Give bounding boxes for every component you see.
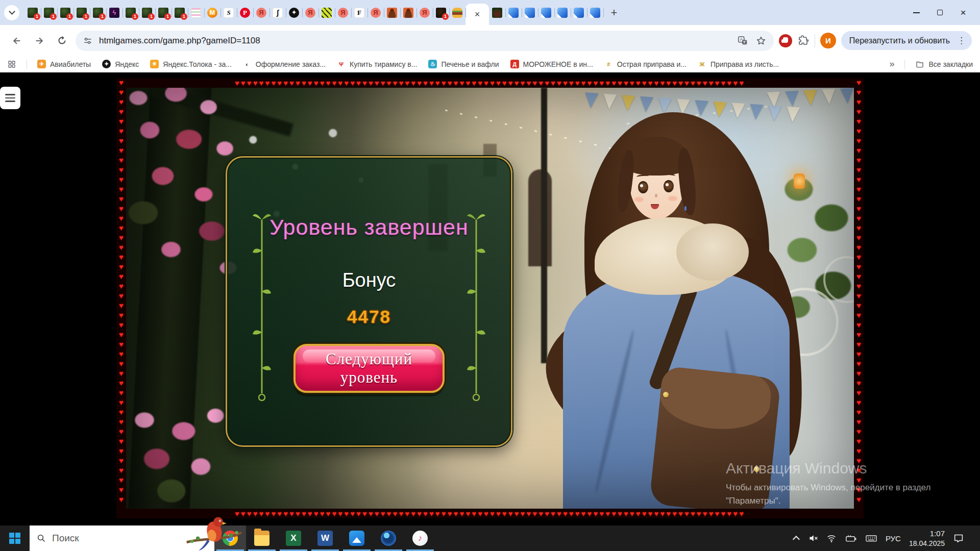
browser-tab[interactable]: 1 — [139, 3, 155, 23]
tab-favicon — [508, 8, 519, 18]
adblock-extension-icon[interactable] — [779, 34, 792, 47]
browser-tab[interactable]: F — [351, 3, 368, 23]
tab-favicon-glyph: Я — [340, 9, 345, 16]
taskbar-app-button[interactable]: X — [278, 525, 309, 551]
new-tab-button[interactable]: + — [606, 5, 622, 20]
taskbar-app-button[interactable] — [373, 525, 404, 551]
bunting-flag — [731, 103, 745, 119]
bunting-flag — [786, 107, 800, 123]
browser-tab[interactable] — [554, 3, 571, 23]
back-button[interactable] — [8, 32, 26, 49]
relaunch-update-button[interactable]: Перезапустить и обновить ⋮ — [841, 31, 972, 50]
tab-notification-badge: 1 — [50, 13, 57, 20]
hearts-border-left: ♥♥♥♥♥♥♥♥♥♥♥♥♥♥♥♥♥♥♥♥♥♥♥♥♥♥♥♥♥♥♥♥♥♥♥♥♥♥♥♥… — [116, 78, 126, 518]
bookmark-item[interactable]: Ψ Купить тирамису в... — [337, 60, 417, 68]
browser-tab[interactable] — [449, 3, 465, 23]
bookmark-item[interactable]: ✈ Авиабилеты — [37, 60, 91, 68]
browser-tab[interactable]: 1 — [24, 3, 41, 23]
tab-notification-badge: 1 — [66, 13, 73, 20]
bookmark-favicon: # — [604, 60, 613, 68]
bookmark-label: Приправа из листь... — [710, 60, 779, 68]
search-icon — [37, 534, 46, 543]
keyboard-icon[interactable] — [865, 533, 877, 543]
bookmark-item[interactable]: # Острая приправа и... — [604, 60, 687, 68]
address-bar[interactable]: htmlgames.com/game.php?gameID=1108 A — [76, 31, 774, 51]
bookmark-item[interactable]: Ж Приправа из листь... — [698, 60, 779, 68]
taskbar-app-button[interactable] — [341, 525, 373, 551]
bookmark-item[interactable]: ☀ Яндекс.Толока - за... — [150, 60, 232, 68]
window-minimize-button[interactable] — [904, 0, 928, 25]
extensions-puzzle-icon[interactable] — [797, 35, 810, 47]
all-bookmarks-button[interactable]: Все закладки — [915, 60, 973, 69]
bookmark-star-icon[interactable] — [755, 35, 767, 46]
browser-tab[interactable]: 1 — [155, 3, 172, 23]
bookmark-item[interactable]: ◐ Оформление заказ... — [243, 60, 326, 68]
bookmark-item[interactable]: ✦ Яндекс — [102, 60, 139, 68]
action-center-icon[interactable] — [953, 533, 964, 544]
bookmark-item[interactable]: Д МОРОЖЕНОЕ в ин... — [510, 60, 593, 68]
browser-tab[interactable]: ϟ — [106, 3, 122, 23]
browser-tab[interactable]: 1 — [90, 3, 106, 23]
taskbar-app-button[interactable]: W — [309, 525, 341, 551]
battery-icon[interactable] — [845, 533, 857, 543]
browser-tab[interactable] — [571, 3, 587, 23]
bookmark-item[interactable]: ♨ Печенье и вафли — [428, 60, 499, 68]
browser-tab[interactable] — [587, 3, 603, 23]
browser-tab[interactable]: 1 — [41, 3, 57, 23]
browser-tab[interactable] — [400, 3, 416, 23]
browser-tab[interactable]: 1 — [122, 3, 139, 23]
tabs-left-group: 1 1 1 1 — [24, 0, 465, 25]
browser-tab[interactable]: 1 — [74, 3, 90, 23]
tab-notification-badge: 1 — [164, 13, 171, 20]
window-restore-button[interactable] — [928, 0, 951, 25]
browser-tab[interactable]: ʃ — [270, 3, 286, 23]
url-text[interactable]: htmlgames.com/game.php?gameID=1108 — [99, 36, 731, 46]
wifi-icon[interactable] — [826, 533, 837, 543]
taskbar-app-button[interactable]: ♪ — [404, 525, 436, 551]
window-close-button[interactable]: × — [951, 0, 975, 25]
browser-tab[interactable]: M — [204, 3, 220, 23]
browser-tab[interactable]: 1 — [433, 3, 449, 23]
tab-search-button[interactable] — [4, 5, 19, 20]
reload-button[interactable] — [53, 32, 70, 49]
browser-menu-icon[interactable]: ⋮ — [955, 35, 968, 46]
taskbar-clock[interactable]: 1:07 18.04.2025 — [909, 529, 945, 548]
browser-tab[interactable] — [489, 3, 505, 23]
volume-muted-icon[interactable] — [808, 533, 818, 543]
game-scene[interactable]: Уровень завершен Бонус 4478 Следующий ур… — [126, 88, 854, 509]
tab-notification-badge: 1 — [148, 13, 155, 20]
browser-tab[interactable]: P — [237, 3, 253, 23]
browser-tab[interactable] — [318, 3, 335, 23]
tab-favicon: ʃ — [273, 8, 283, 18]
browser-tab[interactable]: 1 — [172, 3, 188, 23]
start-button[interactable] — [0, 525, 30, 551]
browser-tab[interactable]: Я — [416, 3, 433, 23]
browser-tab[interactable] — [188, 3, 204, 23]
taskbar-app-button[interactable] — [246, 525, 278, 551]
bookmarks-divider-right — [904, 60, 905, 69]
tray-chevron-icon[interactable] — [793, 536, 800, 543]
language-indicator[interactable]: РУС — [886, 534, 901, 543]
bookmark-favicon: Д — [510, 60, 519, 68]
forward-button[interactable] — [31, 32, 48, 49]
browser-tab[interactable] — [522, 3, 538, 23]
game-menu-button[interactable] — [0, 87, 20, 109]
active-tab[interactable]: × — [465, 4, 489, 25]
browser-tab[interactable]: S — [220, 3, 237, 23]
next-level-button[interactable]: Следующий уровень — [293, 344, 445, 393]
browser-tab[interactable]: ✦ — [286, 3, 302, 23]
browser-tab[interactable]: Я — [253, 3, 270, 23]
tab-close-icon[interactable]: × — [475, 10, 480, 19]
browser-tab[interactable] — [538, 3, 554, 23]
browser-tab[interactable]: 1 — [57, 3, 74, 23]
browser-tab[interactable] — [384, 3, 400, 23]
browser-tab[interactable]: Я — [368, 3, 384, 23]
apps-grid-icon[interactable] — [7, 60, 16, 69]
browser-tab[interactable]: Я — [302, 3, 318, 23]
bookmarks-overflow-chevron[interactable]: » — [889, 59, 894, 69]
browser-tab[interactable]: Я — [335, 3, 351, 23]
browser-tab[interactable] — [505, 3, 522, 23]
taskbar-search-box[interactable]: Поиск — [30, 525, 214, 551]
translate-icon[interactable]: A — [737, 35, 748, 46]
profile-avatar[interactable]: И — [820, 33, 836, 48]
